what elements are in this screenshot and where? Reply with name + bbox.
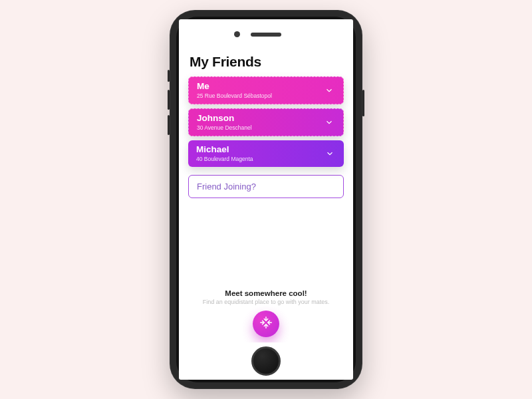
- page-title: My Friends: [190, 54, 344, 70]
- phone-frame: My Friends Me 25 Rue Boulevard Sébastopo…: [170, 10, 362, 389]
- friend-card-johnson[interactable]: Johnson 30 Avenue Deschanel: [188, 108, 344, 136]
- chevron-down-icon: [325, 149, 334, 158]
- app-content: My Friends Me 25 Rue Boulevard Sébastopo…: [179, 53, 353, 342]
- friend-name: Me: [197, 82, 319, 92]
- friend-name: Johnson: [197, 114, 319, 124]
- footer-subtitle: Find an equidistant place to go with you…: [188, 299, 344, 305]
- friend-address: 25 Rue Boulevard Sébastopol: [197, 92, 319, 99]
- mute-switch: [168, 70, 170, 82]
- friend-address: 30 Avenue Deschanel: [197, 124, 319, 131]
- friend-address: 40 Boulevard Magenta: [196, 156, 320, 162]
- chevron-down-icon: [325, 86, 334, 95]
- footer: Meet somewhere cool! Find an equidistant…: [188, 289, 344, 342]
- home-button[interactable]: [251, 346, 281, 376]
- friend-name: Michael: [196, 145, 320, 155]
- power-button: [362, 90, 364, 116]
- friend-card-me[interactable]: Me 25 Rue Boulevard Sébastopol: [188, 76, 344, 104]
- converge-icon: [259, 315, 273, 332]
- find-midpoint-button[interactable]: [253, 311, 279, 337]
- footer-headline: Meet somewhere cool!: [188, 289, 344, 297]
- phone-speaker: [251, 33, 281, 37]
- volume-up: [168, 90, 170, 110]
- volume-down: [168, 115, 170, 135]
- chevron-down-icon: [325, 118, 334, 127]
- friends-list: Me 25 Rue Boulevard Sébastopol Johnson 3…: [188, 76, 344, 198]
- phone-camera: [234, 31, 240, 37]
- friend-card-michael[interactable]: Michael 40 Boulevard Magenta: [188, 140, 344, 167]
- screen: My Friends Me 25 Rue Boulevard Sébastopo…: [179, 19, 353, 380]
- add-friend-input[interactable]: [188, 175, 344, 198]
